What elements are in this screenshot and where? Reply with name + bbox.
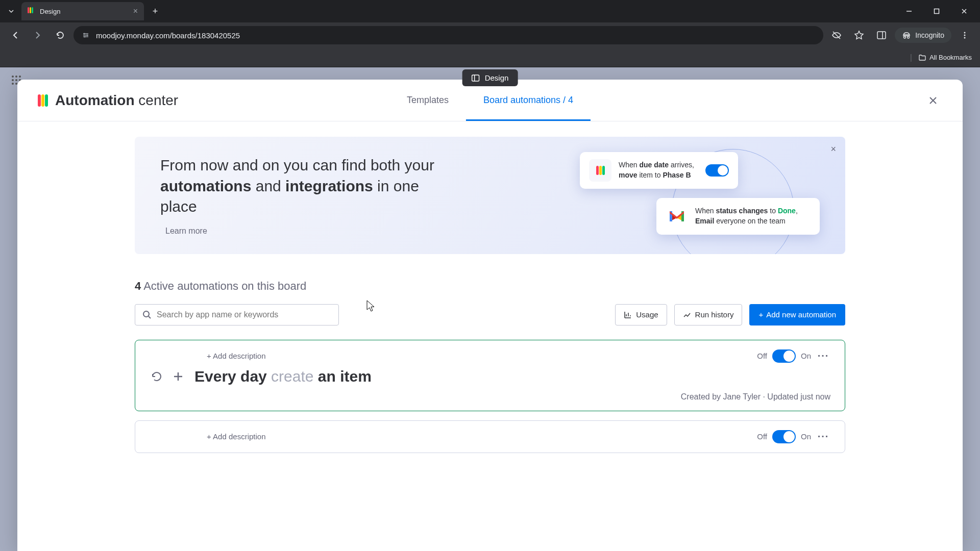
search-box[interactable] xyxy=(135,304,339,325)
modal-body: × From now and on you can find both your… xyxy=(17,121,963,551)
tab-title: Design xyxy=(40,8,129,15)
modal-logo: Automation center xyxy=(38,92,178,109)
automation-rule-text: Every day create an item xyxy=(194,368,372,385)
actions-row: Usage Run history + Add new automation xyxy=(135,304,845,325)
eye-off-icon[interactable] xyxy=(827,26,846,44)
banner-text: From now and on you can find both your a… xyxy=(160,155,456,217)
svg-point-8 xyxy=(964,35,966,36)
incognito-badge[interactable]: Incognito xyxy=(895,28,951,43)
svg-point-5 xyxy=(904,36,906,38)
learn-more-link[interactable]: Learn more xyxy=(160,227,207,236)
browser-menu-icon[interactable] xyxy=(955,26,974,44)
modal-close-button[interactable] xyxy=(924,91,942,110)
svg-point-10 xyxy=(12,76,14,78)
svg-point-12 xyxy=(19,76,21,78)
svg-point-2 xyxy=(87,35,88,36)
automation-center-modal: Automation center Templates Board automa… xyxy=(17,80,963,551)
svg-rect-4 xyxy=(877,32,886,39)
reload-button[interactable] xyxy=(51,26,69,44)
run-history-button[interactable]: Run history xyxy=(674,304,743,325)
info-banner: × From now and on you can find both your… xyxy=(135,137,845,254)
svg-point-14 xyxy=(15,79,17,81)
svg-point-16 xyxy=(12,83,14,85)
bookmark-star-icon[interactable] xyxy=(850,26,868,44)
back-button[interactable] xyxy=(6,26,24,44)
bookmarks-bar: | All Bookmarks xyxy=(0,48,980,67)
automation-toggle[interactable] xyxy=(772,349,796,363)
close-icon xyxy=(928,96,938,105)
all-bookmarks-label: All Bookmarks xyxy=(929,54,972,61)
toggle-off-label: Off xyxy=(757,352,767,360)
site-settings-icon[interactable] xyxy=(82,31,90,39)
example-toggle-icon xyxy=(705,164,729,177)
gmail-icon xyxy=(666,205,688,228)
minimize-button[interactable] xyxy=(897,3,921,19)
modal-title: Automation center xyxy=(55,92,178,109)
banner-card-1-text: When due date arrives, move item to Phas… xyxy=(619,160,698,180)
search-input[interactable] xyxy=(157,310,331,319)
side-panel-icon[interactable] xyxy=(872,26,891,44)
svg-point-1 xyxy=(84,33,85,35)
panel-icon xyxy=(472,74,480,82)
more-options-button[interactable]: ··· xyxy=(816,350,830,362)
svg-rect-0 xyxy=(935,9,939,14)
monday-logo-icon xyxy=(38,94,48,107)
section-heading: 4 Active automations on this board xyxy=(135,280,845,293)
trend-icon xyxy=(683,311,691,319)
more-options-button[interactable]: ··· xyxy=(816,431,830,442)
banner-example-card-1: When due date arrives, move item to Phas… xyxy=(580,152,738,189)
svg-point-3 xyxy=(84,36,86,38)
toggle-on-label: On xyxy=(801,432,811,441)
browser-tab-strip: Design × + xyxy=(0,0,980,22)
add-automation-button[interactable]: + Add new automation xyxy=(749,304,845,325)
plus-action-icon xyxy=(171,369,185,384)
url-bar[interactable]: moodjoy.monday.com/boards/1830420525 xyxy=(74,26,823,44)
svg-point-9 xyxy=(964,37,966,39)
automation-card[interactable]: + Add description Off On ··· xyxy=(135,420,845,453)
svg-rect-19 xyxy=(472,75,479,81)
forward-button[interactable] xyxy=(29,26,47,44)
new-tab-button[interactable]: + xyxy=(148,4,162,18)
banner-illustration: When due date arrives, move item to Phas… xyxy=(580,147,825,239)
toggle-on-label: On xyxy=(801,352,811,360)
automation-toggle[interactable] xyxy=(772,430,796,443)
folder-icon xyxy=(918,54,926,62)
incognito-label: Incognito xyxy=(915,31,944,39)
plus-icon: + xyxy=(758,310,763,319)
browser-tab[interactable]: Design × xyxy=(21,2,144,20)
automation-card[interactable]: + Add description Off On ··· xyxy=(135,340,845,411)
svg-point-7 xyxy=(964,32,966,34)
tab-search-dropdown[interactable] xyxy=(4,4,18,18)
monday-icon xyxy=(589,159,611,182)
recurrence-icon xyxy=(150,369,164,384)
svg-point-20 xyxy=(143,311,149,317)
banner-card-2-text: When status changes to Done, Email every… xyxy=(695,206,811,226)
banner-close-button[interactable]: × xyxy=(830,144,836,155)
incognito-icon xyxy=(902,31,911,40)
toggle-off-label: Off xyxy=(757,432,767,441)
search-icon xyxy=(142,310,152,319)
maximize-button[interactable] xyxy=(925,3,948,19)
banner-example-card-2: When status changes to Done, Email every… xyxy=(656,198,820,235)
design-chip: Design xyxy=(462,69,518,86)
automation-meta: Created by Jane Tyler · Updated just now xyxy=(150,392,830,402)
url-text: moodjoy.monday.com/boards/1830420525 xyxy=(96,31,240,40)
tab-close-icon[interactable]: × xyxy=(133,7,138,16)
close-window-button[interactable] xyxy=(952,3,976,19)
chart-icon xyxy=(624,311,632,319)
add-description-link[interactable]: + Add description xyxy=(207,352,266,360)
svg-point-6 xyxy=(908,36,910,38)
tab-favicon-icon xyxy=(28,7,36,15)
svg-point-13 xyxy=(12,79,14,81)
svg-point-11 xyxy=(15,76,17,78)
all-bookmarks-link[interactable]: All Bookmarks xyxy=(918,54,972,62)
design-chip-label: Design xyxy=(485,73,509,82)
browser-toolbar: moodjoy.monday.com/boards/1830420525 Inc… xyxy=(0,22,980,48)
mouse-cursor-icon xyxy=(366,300,376,312)
add-description-link[interactable]: + Add description xyxy=(207,432,266,441)
usage-button[interactable]: Usage xyxy=(615,304,667,325)
tab-templates[interactable]: Templates xyxy=(389,80,466,121)
